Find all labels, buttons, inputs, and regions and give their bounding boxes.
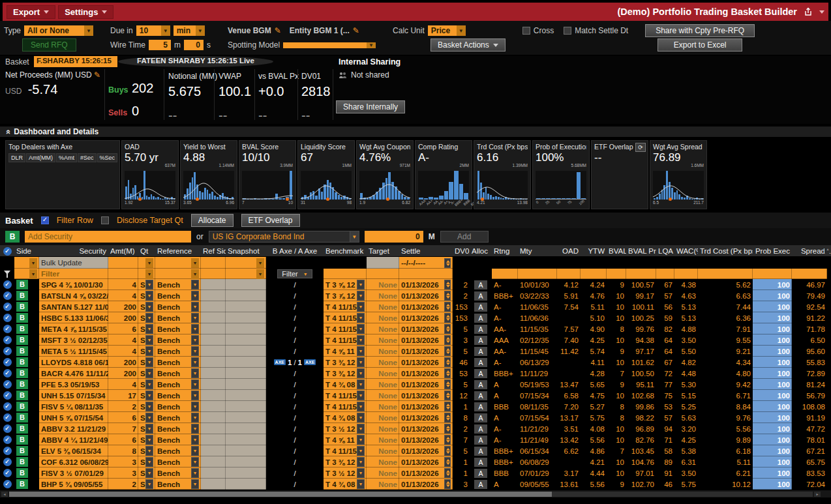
benchmark-cell[interactable]: T 3 ⅝ 12▼ [324,279,367,290]
bulk-amt-cell[interactable] [108,257,138,269]
axe-filter-button[interactable]: Filter ▼ [277,269,312,278]
row-live-icon[interactable]: ✓ [0,401,14,412]
security-cell[interactable]: ABBV 3.2 11/21/29 [39,423,108,434]
edit-pencil-icon[interactable]: ✎ [353,26,359,35]
security-cell[interactable]: SANTAN 5.127 11/06 [39,301,108,312]
col-header-side[interactable]: Side [14,245,39,257]
reference-cell[interactable]: Bench▼ [155,290,201,301]
baxe-cell[interactable]: / [266,334,324,346]
benchmark-cell[interactable]: T 4 ¾ 08▼ [324,379,367,390]
dealer-col-amt[interactable]: %Amt [56,153,77,162]
alloc-cell[interactable]: A [470,434,492,445]
target-cell[interactable]: None [367,445,399,456]
date-spinner[interactable] [444,313,451,323]
security-cell[interactable]: UNH 5.15 07/15/34 [39,390,108,401]
target-cell[interactable]: None [367,379,399,390]
snapshot-cell[interactable] [226,467,266,479]
snapshot-cell[interactable] [226,301,266,312]
baxe-cell[interactable]: / [266,323,324,334]
chevron-down-icon[interactable]: ▼ [357,291,365,301]
date-spinner[interactable] [444,435,451,445]
baxe-cell[interactable]: / [266,412,324,423]
reference-cell[interactable]: Bench▼ [155,456,201,467]
security-cell[interactable]: LLOYDS 4.818 06/13 [39,357,108,368]
match-settle-checkbox[interactable] [564,27,571,35]
wire-time-minutes-input[interactable]: 5 [149,40,171,50]
amt-cell[interactable]: 2 [108,479,138,490]
snapshot-cell[interactable] [226,346,266,357]
send-rfq-button[interactable]: Send RFQ [22,38,76,52]
row-live-icon[interactable]: ✓ [0,445,14,456]
edit-pencil-icon[interactable]: ✎ [94,70,100,80]
col-header-snapshot[interactable]: Snapshot [226,245,266,257]
reference-cell[interactable]: Bench▼ [155,412,201,423]
baxe-cell[interactable]: / [266,423,324,434]
bulk-target-cell[interactable] [367,257,399,269]
snapshot-cell[interactable] [226,379,266,390]
snapshot-cell[interactable] [226,368,266,379]
snapshot-cell[interactable] [226,390,266,401]
side-cell[interactable]: B [14,290,39,301]
chevron-down-icon[interactable]: ▼ [191,391,199,400]
target-cell[interactable]: None [367,312,399,323]
col-header-benchmark[interactable]: Benchmark [324,245,367,257]
alloc-cell[interactable]: A [470,467,492,479]
refside-cell[interactable] [201,445,226,456]
table-row[interactable]: ✓BMSFT 3 ½ 02/12/354S▼Bench▼/T 4 11/15▼N… [0,334,831,346]
alloc-cell[interactable]: A [470,290,492,301]
baxe-cell[interactable]: / [266,479,324,490]
chevron-down-icon[interactable]: ▼ [191,424,199,434]
chevron-down-icon[interactable]: ▼ [145,457,153,467]
side-cell[interactable]: B [14,412,39,423]
col-header-mty[interactable]: Mty [518,245,557,257]
side-cell[interactable]: B [14,334,39,346]
alloc-cell[interactable]: A [470,401,492,412]
refside-cell[interactable] [201,379,226,390]
row-live-icon[interactable]: ✓ [0,334,14,346]
export-menu[interactable]: Export [7,5,55,19]
cross-checkbox[interactable] [522,27,530,35]
benchmark-cell[interactable]: T 3 ½ 12▼ [324,467,367,479]
side-cell[interactable]: B [14,301,39,312]
chevron-down-icon[interactable]: ▼ [145,468,153,478]
side-cell[interactable]: B [14,379,39,390]
table-row[interactable]: ✓BABBV 3.2 11/21/297S▼Bench▼/T 3 ½ 12▼No… [0,423,831,434]
amt-cell[interactable]: 6 [108,412,138,423]
filter-target-cell[interactable] [367,269,399,279]
refresh-icon[interactable]: ⟳ [635,143,646,152]
filter-security-cell[interactable]: Filter [39,269,108,279]
refside-cell[interactable] [201,423,226,434]
table-row[interactable]: ✓BSANTAN 5.127 11/06200S▼Bench▼/T 4 11/1… [0,301,831,312]
target-cell[interactable]: None [367,456,399,467]
scroll-thumb[interactable] [9,492,552,497]
refside-cell[interactable] [201,323,226,334]
settle-cell[interactable]: 01/13/2026 [399,301,453,312]
select-all-checkbox[interactable]: ✓ [0,245,14,257]
reference-cell[interactable]: Bench▼ [155,479,201,490]
benchmark-cell[interactable]: T 4 11/15▼ [324,334,367,346]
qt-cell[interactable]: S▼ [138,368,155,379]
snapshot-cell[interactable] [226,445,266,456]
chevron-down-icon[interactable]: ▼ [29,269,37,279]
date-spinner[interactable] [444,368,451,378]
filter-rtng-cell[interactable] [492,269,518,279]
qt-cell[interactable]: S▼ [138,423,155,434]
reference-cell[interactable]: Bench▼ [155,401,201,412]
filter-spread-cell[interactable] [792,269,827,279]
row-live-icon[interactable]: ✓ [0,379,14,390]
qt-cell[interactable]: S▼ [138,323,155,334]
filter-qt-cell[interactable]: ▼ [138,269,155,279]
chevron-down-icon[interactable]: ▼ [357,302,365,312]
security-cell[interactable]: FISV 5 ¼ 08/11/35 [39,401,108,412]
snapshot-cell[interactable] [226,401,266,412]
target-cell[interactable]: None [367,334,399,346]
disclose-target-checkbox[interactable] [101,216,109,224]
col-header-security[interactable]: Security [39,245,108,257]
chevron-down-icon[interactable]: ▼ [191,368,199,378]
settle-cell[interactable]: 01/13/2026 [399,346,453,357]
snapshot-cell[interactable] [226,279,266,290]
vertical-scroll-up-arrow[interactable]: ▴ [824,245,831,253]
snapshot-cell[interactable] [226,479,266,490]
date-spinner[interactable] [444,291,451,301]
chevron-down-icon[interactable]: ▼ [145,302,153,312]
